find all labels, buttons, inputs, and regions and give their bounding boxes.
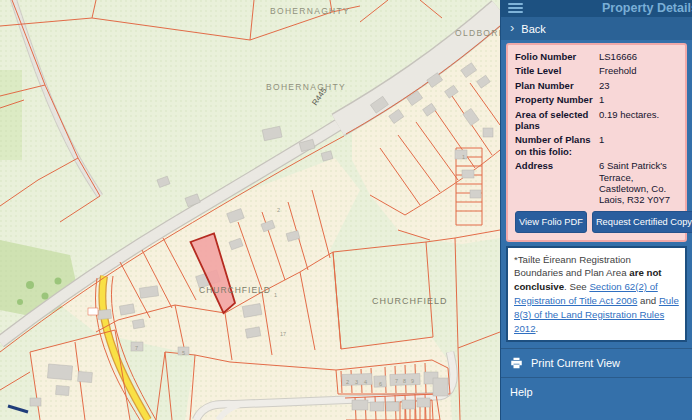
app-window: BOHERNAGHTY BOHERNAGHTY OLDBORRIS R445 C… (0, 0, 692, 420)
house-number: 4 (364, 379, 367, 385)
view-folio-pdf-button[interactable]: View Folio PDF (515, 211, 587, 233)
field-value: Freehold (599, 65, 678, 76)
churchfield-label: CHURCHFIELD (199, 285, 271, 295)
house-number: 6 (379, 381, 382, 387)
field-label: Folio Number (515, 51, 595, 62)
field-label: Plan Number (515, 80, 595, 91)
panel-title: Property Details (602, 1, 692, 15)
townland-label: OLDBORRIS (455, 28, 500, 38)
print-label: Print Current View (531, 357, 620, 369)
field-row: Number of Plans on this folio: 1 (515, 134, 678, 157)
field-label: Property Number (515, 94, 595, 105)
disclaimer-text: and (637, 295, 659, 306)
help-label: Help (510, 386, 533, 398)
house-number: 2 (277, 207, 280, 213)
house-number: 1 (274, 292, 277, 298)
disclaimer-text: *Tailte Éireann Registration Boundaries … (514, 254, 631, 279)
chevron-right-icon: › (510, 21, 514, 34)
request-certified-copy-button[interactable]: Request Certified Copy (592, 211, 692, 233)
field-value: 1 (599, 134, 678, 157)
house-number: 5 (182, 350, 185, 356)
back-button[interactable]: › Back (501, 17, 692, 40)
disclaimer-text: . See (564, 281, 589, 292)
house-number: 2 (346, 379, 349, 385)
back-label: Back (521, 23, 545, 35)
house-number: 7 (395, 378, 398, 384)
print-current-view[interactable]: Print Current View (501, 348, 692, 377)
field-value: 6 Saint Patrick's Terrace, Castletown, C… (599, 160, 678, 206)
house-number: 9 (411, 378, 414, 384)
disclaimer-text: . (536, 323, 539, 334)
house-number: 3 (355, 379, 358, 385)
disclaimer-box: *Tailte Éireann Registration Boundaries … (506, 246, 687, 343)
field-label: Title Level (515, 65, 595, 76)
action-buttons: View Folio PDF Request Certified Copy (515, 211, 678, 233)
help-menu-item[interactable]: Help (501, 377, 692, 406)
house-number: 8 (403, 378, 406, 384)
property-info-box: Folio Number LS16666 Title Level Freehol… (506, 43, 687, 242)
property-details-panel: Property Details › Back Folio Number LS1… (500, 0, 692, 420)
field-value: 0.19 hectares. (599, 109, 678, 132)
field-row: Property Number 1 (515, 94, 678, 105)
map-svg: BOHERNAGHTY BOHERNAGHTY OLDBORRIS R445 C… (0, 0, 500, 420)
panel-titlebar: Property Details (501, 0, 692, 17)
house-number: 17 (280, 331, 286, 337)
field-value: 23 (599, 80, 678, 91)
map-canvas[interactable]: BOHERNAGHTY BOHERNAGHTY OLDBORRIS R445 C… (0, 0, 500, 420)
field-label: Area of selected plans (515, 109, 595, 132)
field-value: LS16666 (599, 51, 678, 62)
menu-icon[interactable] (508, 3, 523, 15)
field-row: Folio Number LS16666 (515, 51, 678, 62)
townland-label: BOHERNAGHTY (266, 82, 346, 92)
field-value: 1 (599, 94, 678, 105)
field-label: Number of Plans on this folio: (515, 134, 595, 157)
field-row: Title Level Freehold (515, 65, 678, 76)
printer-icon (510, 357, 523, 369)
field-row: Area of selected plans 0.19 hectares. (515, 109, 678, 132)
field-label: Address (515, 160, 595, 206)
house-number: 1 (462, 154, 465, 160)
house-number: 7 (135, 345, 138, 351)
field-row: Plan Number 23 (515, 80, 678, 91)
townland-label: BOHERNAGHTY (270, 6, 350, 16)
field-row: Address 6 Saint Patrick's Terrace, Castl… (515, 160, 678, 206)
churchfield-label: CHURCHFIELD (372, 296, 448, 306)
